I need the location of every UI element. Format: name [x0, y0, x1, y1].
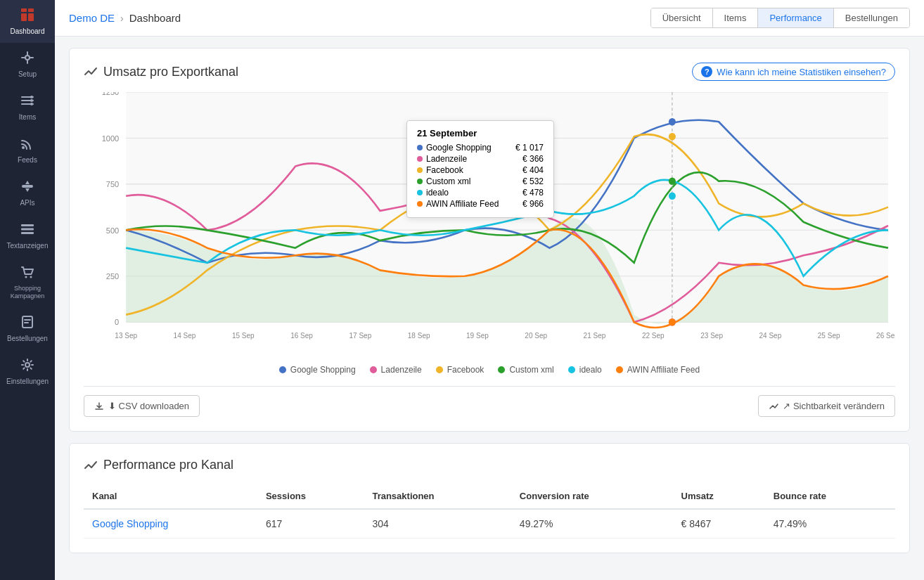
tab-performance[interactable]: Performance [758, 8, 833, 27]
sidebar-item-items[interactable]: Items [0, 86, 55, 129]
setup-icon [20, 50, 35, 67]
breadcrumb: Demo DE › Dashboard [69, 12, 181, 24]
sidebar-item-apis[interactable]: APIs [0, 172, 55, 214]
trend-icon [84, 65, 98, 79]
svg-point-5 [30, 96, 33, 98]
sidebar-label-einstellungen: Einstellungen [6, 378, 49, 386]
svg-text:24 Sep: 24 Sep [759, 332, 782, 340]
svg-text:1250: 1250 [102, 92, 120, 96]
svg-point-4 [25, 56, 30, 60]
sidebar-item-setup[interactable]: Setup [0, 43, 55, 86]
legend-facebook: Facebook [436, 365, 485, 375]
svg-text:16 Sep: 16 Sep [290, 332, 313, 340]
apis-icon [20, 179, 35, 196]
sidebar-item-textanzeigen[interactable]: Textanzeigen [0, 214, 55, 257]
svg-rect-9 [22, 185, 33, 188]
sidebar-label-shopping: ShoppingKampagnen [11, 285, 45, 300]
svg-text:26 Sep: 26 Sep [876, 332, 895, 340]
shopping-icon [20, 264, 35, 282]
svg-point-47 [669, 133, 676, 141]
svg-text:21 Sep: 21 Sep [584, 332, 606, 340]
tooltip-row-3: Custom xml € 532 [417, 176, 544, 186]
sidebar-item-einstellungen[interactable]: Einstellungen [0, 350, 55, 393]
performance-card: Performance pro Kanal Kanal Sessions Tra… [69, 443, 910, 553]
breadcrumb-root[interactable]: Demo DE [69, 12, 115, 24]
umsatz-card-footer: ⬇ CSV downloaden ↗ Sichtbarkeit veränder… [84, 386, 895, 417]
svg-text:18 Sep: 18 Sep [408, 332, 430, 340]
performance-table: Kanal Sessions Transaktionen Conversion … [84, 484, 895, 539]
svg-text:0: 0 [115, 318, 119, 326]
sidebar-label-bestellungen: Bestellungen [7, 335, 48, 343]
items-icon [20, 93, 35, 110]
performance-card-title: Performance pro Kanal [84, 458, 233, 472]
umsatz-card-title: Umsatz pro Exportkanal [84, 65, 238, 79]
sidebar-item-shopping[interactable]: ShoppingKampagnen [0, 257, 55, 307]
svg-point-50 [669, 318, 676, 326]
umsatz-card: Umsatz pro Exportkanal ? Wie kann ich me… [69, 48, 910, 432]
sidebar-label-textanzeigen: Textanzeigen [7, 242, 49, 250]
trend2-icon [84, 458, 98, 472]
tooltip-row-0: Google Shopping € 1 017 [417, 143, 544, 153]
svg-rect-0 [21, 8, 27, 12]
col-umsatz: Umsatz [673, 484, 765, 509]
tab-ubersicht[interactable]: Übersicht [651, 8, 713, 27]
svg-point-6 [30, 99, 33, 102]
breadcrumb-current: Dashboard [129, 12, 181, 24]
sidebar-item-feeds[interactable]: Feeds [0, 129, 55, 172]
tooltip-row-5: AWIN Affiliate Feed € 966 [417, 199, 544, 209]
svg-text:23 Sep: 23 Sep [700, 332, 723, 340]
topbar-tabs: Übersicht Items Performance Bestellungen [650, 8, 910, 28]
svg-text:13 Sep: 13 Sep [115, 332, 137, 340]
legend-ladenzeile: Ladenzeile [370, 365, 422, 375]
svg-point-16 [25, 363, 30, 367]
tab-items[interactable]: Items [713, 8, 759, 27]
col-sessions: Sessions [257, 484, 364, 509]
sidebar-item-bestellungen[interactable]: Bestellungen [0, 307, 55, 350]
umsatz-card-header: Umsatz pro Exportkanal ? Wie kann ich me… [84, 63, 895, 81]
visibility-icon [769, 401, 778, 411]
einstellungen-icon [20, 357, 35, 375]
svg-rect-11 [21, 228, 34, 231]
visibility-button[interactable]: ↗ Sichtbarkeit verändern [758, 395, 895, 417]
cell-umsatz: € 8467 [673, 509, 765, 539]
table-row: Google Shopping 617 304 49.27% € 8467 47… [84, 509, 895, 539]
cell-transaktionen: 304 [364, 509, 511, 539]
col-conversion: Conversion rate [511, 484, 673, 509]
topbar: Demo DE › Dashboard Übersicht Items Perf… [55, 0, 924, 37]
bestellungen-icon [20, 314, 35, 332]
table-header-row: Kanal Sessions Transaktionen Conversion … [84, 484, 895, 509]
svg-text:19 Sep: 19 Sep [466, 332, 489, 340]
csv-download-button[interactable]: ⬇ CSV downloaden [84, 395, 200, 417]
svg-rect-2 [21, 13, 27, 21]
main-content: Demo DE › Dashboard Übersicht Items Perf… [55, 0, 924, 580]
cell-conversion: 49.27% [511, 509, 673, 539]
svg-point-7 [30, 103, 33, 105]
chart-container: 0 250 500 750 1000 1250 [84, 92, 895, 359]
svg-point-14 [30, 276, 32, 278]
svg-text:750: 750 [106, 180, 119, 188]
svg-point-45 [669, 118, 676, 126]
sidebar-label-setup: Setup [18, 70, 37, 79]
chart-tooltip: 21 September Google Shopping € 1 017 Lad… [406, 120, 554, 218]
sidebar-label-dashboard: Dashboard [11, 27, 45, 36]
cell-bounce: 47.49% [765, 509, 895, 539]
tooltip-title: 21 September [417, 128, 544, 138]
svg-text:25 Sep: 25 Sep [818, 332, 840, 340]
textanzeigen-icon [20, 221, 35, 239]
chart-legend: Google Shopping Ladenzeile Facebook Cust… [84, 365, 895, 375]
question-icon: ? [701, 66, 712, 77]
tab-bestellungen[interactable]: Bestellungen [834, 8, 909, 27]
tooltip-row-1: Ladenzeile € 366 [417, 154, 544, 164]
col-transaktionen: Transaktionen [364, 484, 511, 509]
svg-text:15 Sep: 15 Sep [232, 332, 255, 340]
legend-custom-xml: Custom xml [498, 365, 553, 375]
sidebar-item-dashboard[interactable]: Dashboard [0, 0, 55, 43]
cell-kanal[interactable]: Google Shopping [84, 509, 257, 539]
content-area: Umsatz pro Exportkanal ? Wie kann ich me… [55, 37, 924, 580]
svg-point-13 [25, 276, 27, 278]
download-icon [94, 401, 104, 411]
legend-idealo: idealo [568, 365, 602, 375]
help-link[interactable]: ? Wie kann ich meine Statistiken einsehe… [692, 63, 895, 81]
dashboard-icon [20, 7, 35, 25]
performance-card-header: Performance pro Kanal [84, 458, 895, 472]
